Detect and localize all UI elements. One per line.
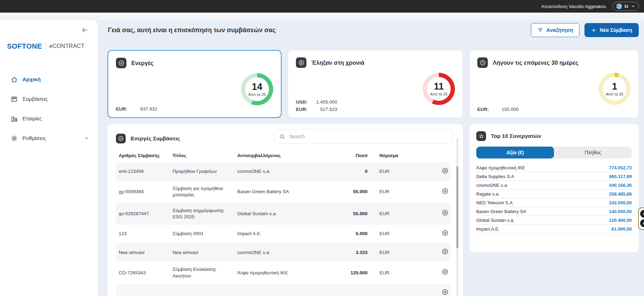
plus-icon: [591, 28, 596, 33]
contract-title: Σύμβαση συμμόρφωσης ESG 2025: [170, 203, 235, 225]
partner-value: 61.000,00: [611, 226, 632, 232]
sidebar-item-companies[interactable]: Εταιρίες: [0, 112, 98, 125]
card-expiring-soon[interactable]: Λήγουν τις επόμενες 30 ημέρες 1 Από τα 2…: [469, 50, 639, 118]
contract-amount: 3.333: [330, 243, 370, 262]
sidebar-item-home[interactable]: Αρχική: [0, 73, 98, 86]
view-contract-icon[interactable]: [441, 268, 449, 276]
card-expired-contracts[interactable]: Έληξαν στη χρονιά 11 Από τα 25 USD:1.455…: [288, 50, 463, 118]
view-contract-icon[interactable]: [441, 248, 449, 255]
stat-cards: Ενεργές 14 Από τα 25 EUR:937.932 Έληξαν …: [108, 50, 639, 118]
new-contract-button[interactable]: Νέα Σύμβαση: [584, 23, 639, 37]
close-icon[interactable]: ✕: [640, 210, 644, 218]
currency-label: EUR:: [296, 107, 311, 112]
view-contract-icon[interactable]: [441, 288, 449, 296]
sidebar-item-settings[interactable]: Ρυθμίσεις: [0, 132, 98, 145]
card-title: Ενεργές: [131, 60, 153, 66]
clock-icon: [477, 57, 488, 68]
partner-name: Global Sustain s.a.: [476, 218, 514, 223]
sidebar: SOFTONE eCONTRACT Αρχική Συμβάσεις Εταιρ…: [0, 20, 98, 296]
contract-amount: 5.000: [330, 225, 370, 243]
sidebar-item-label: Συμβάσεις: [22, 96, 48, 102]
sidebar-item-contracts[interactable]: Συμβάσεις: [0, 92, 98, 106]
sidebar-item-label: Εταιρίες: [22, 115, 42, 122]
funnel-icon: [538, 27, 543, 33]
donut-value: 14: [252, 82, 262, 92]
table-row[interactable]: 123Σύμβαση 0001Impact A.E.5.000EUR: [116, 225, 450, 243]
contract-currency: EUR: [371, 243, 425, 262]
search-input[interactable]: [289, 134, 448, 139]
card-amount: USD:1.455.000: [296, 99, 337, 105]
check-circle-icon: [116, 134, 126, 143]
partner-name: Impact A.E.: [476, 226, 499, 232]
sidebar-collapse-icon[interactable]: [81, 27, 88, 34]
contract-amount: 55.000: [330, 181, 370, 203]
partner-value: 774.052,73: [609, 165, 632, 170]
contract-counterparty: cosmoONE s.a.: [234, 243, 330, 262]
table-row[interactable]: Nea simvasiNea simvasicosmoONE s.a.3.333…: [116, 243, 450, 262]
brand-product: eCONTRACT: [49, 43, 84, 49]
table-scrollbar-thumb[interactable]: [456, 166, 458, 248]
partner-value: 258.485,88: [609, 191, 632, 197]
table-row[interactable]: gs-029287447Σύμβαση συμμόρφωσης ESG 2025…: [116, 203, 450, 225]
brand-name: SOFTONE: [7, 42, 42, 50]
contracts-icon: [11, 96, 18, 103]
donut-value: 11: [434, 82, 444, 91]
view-contract-icon[interactable]: [441, 167, 449, 175]
search-filter-button[interactable]: Αναζήτηση: [531, 23, 580, 37]
tab-count[interactable]: Πλήθος: [554, 147, 632, 158]
contract-amount: 125.000: [330, 262, 370, 283]
partner-row: cosmoONE s.a.440.166,36: [476, 181, 632, 190]
contract-title: Nea simvasi: [170, 243, 235, 262]
partner-value: 440.166,36: [609, 183, 632, 188]
card-active-contracts[interactable]: Ενεργές 14 Από τα 25 EUR:937.932: [108, 50, 282, 118]
table-row[interactable]: eml-123456Προμήθεια ΓραφείωνcosmoONE s.a…: [116, 162, 450, 181]
contract-counterparty: Άλφα προμηθευτική ΙΚΕ: [234, 262, 330, 283]
table-search[interactable]: [274, 129, 453, 144]
table-row[interactable]: [116, 284, 450, 296]
sidebar-menu: Αρχική Συμβάσεις Εταιρίες Ρυθμίσεις: [0, 73, 98, 145]
partner-row: Delta Supplies S.A685.117,89: [476, 172, 632, 181]
partner-row: Άλφα προμηθευτική ΙΚΕ774.052,73: [476, 163, 632, 172]
chevron-down-icon[interactable]: [84, 136, 89, 141]
contract-currency: EUR: [371, 162, 425, 181]
search-button-label: Αναζήτηση: [546, 27, 573, 33]
view-contract-icon[interactable]: [441, 187, 449, 195]
table-row[interactable]: χχ-0009384Σύμβαση για προμήθεια μπαταρία…: [116, 181, 450, 203]
language-selector[interactable]: El: [612, 2, 639, 11]
contract-counterparty: Global Sustain s.a.: [234, 203, 330, 225]
partner-name: Delta Supplies S.A: [476, 174, 514, 179]
edge-widget[interactable]: ✕ e: [638, 207, 644, 230]
partner-row: NED Telecom S.A243.000,00: [476, 198, 632, 207]
currency-label: USD:: [296, 99, 311, 105]
contract-title: Σύμβαση Ενοικίασης Ακινήτου: [170, 262, 235, 283]
view-contract-icon[interactable]: [441, 209, 449, 217]
top-partners-panel: Top 10 Συνεργατών Αξία (€) Πλήθος Άλφα π…: [469, 124, 639, 252]
partner-name: cosmoONE s.a.: [476, 183, 508, 188]
panel-title: Top 10 Συνεργατών: [491, 133, 541, 139]
header-actions: Αναζήτηση Νέα Σύμβαση: [531, 23, 639, 37]
logout-link[interactable]: Αποσύνδεση Vassilis Aggelakos: [541, 4, 606, 9]
col-header-amount: Ποσό: [330, 149, 370, 162]
e-icon[interactable]: e: [640, 219, 644, 227]
brand-divider: [46, 42, 46, 50]
card-amounts: USD:1.455.000EUR:527.523: [296, 99, 337, 112]
view-contract-icon[interactable]: [441, 229, 449, 237]
col-header-title: Τίτλος: [170, 149, 235, 162]
contract-number: gs-029287447: [116, 203, 170, 225]
check-circle-icon: [116, 58, 126, 68]
active-contracts-panel: Ενεργές Συμβάσεις Αριθμός Σύμβασης Τίτλο…: [108, 124, 463, 296]
contract-number: Nea simvasi: [116, 243, 170, 262]
card-amount: EUR:527.523: [296, 107, 337, 112]
expired-contracts-donut: 11 Από τα 25: [423, 73, 455, 105]
contract-number: 123: [116, 225, 170, 243]
topbar: Αποσύνδεση Vassilis Aggelakos El: [0, 0, 644, 13]
search-icon: [279, 134, 285, 140]
table-row[interactable]: CO-7265343Σύμβαση Ενοικίασης ΑκινήτουΆλφ…: [116, 262, 450, 283]
col-header-number: Αριθμός Σύμβασης: [116, 149, 170, 162]
tab-value[interactable]: Αξία (€): [476, 147, 554, 158]
donut-caption: Από τα 25: [248, 92, 266, 97]
card-amount: EUR:937.932: [116, 106, 157, 112]
partner-value: 685.117,89: [609, 174, 632, 179]
card-amounts: EUR:150.000: [477, 107, 519, 112]
language-label: El: [625, 4, 628, 8]
